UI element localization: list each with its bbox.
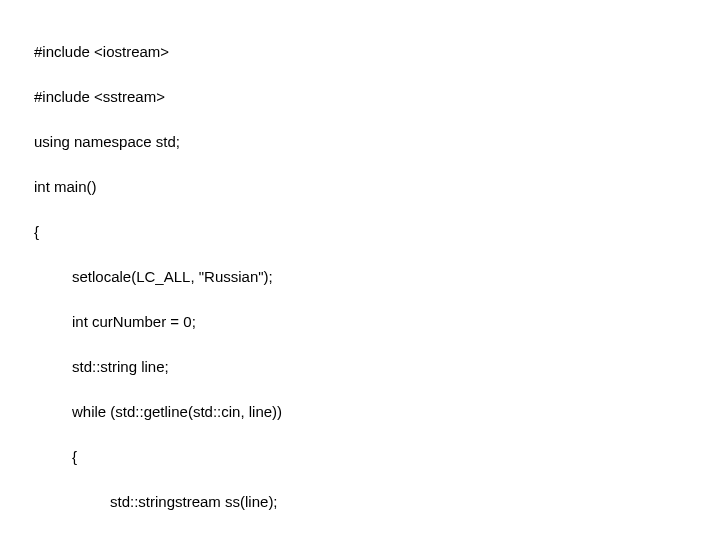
code-line: setlocale(LC_ALL, "Russian"); xyxy=(34,266,720,289)
code-line: #include <iostream> xyxy=(34,41,720,64)
code-line: #include <sstream> xyxy=(34,86,720,109)
code-block: #include <iostream> #include <sstream> u… xyxy=(0,0,720,540)
code-line: using namespace std; xyxy=(34,131,720,154)
code-line: { xyxy=(34,221,720,244)
code-line: if (ss >> curNumber) xyxy=(34,536,720,541)
code-line: int main() xyxy=(34,176,720,199)
code-line: std::string line; xyxy=(34,356,720,379)
code-line: while (std::getline(std::cin, line)) xyxy=(34,401,720,424)
code-line: std::stringstream ss(line); xyxy=(34,491,720,514)
code-line: int curNumber = 0; xyxy=(34,311,720,334)
code-line: { xyxy=(34,446,720,469)
